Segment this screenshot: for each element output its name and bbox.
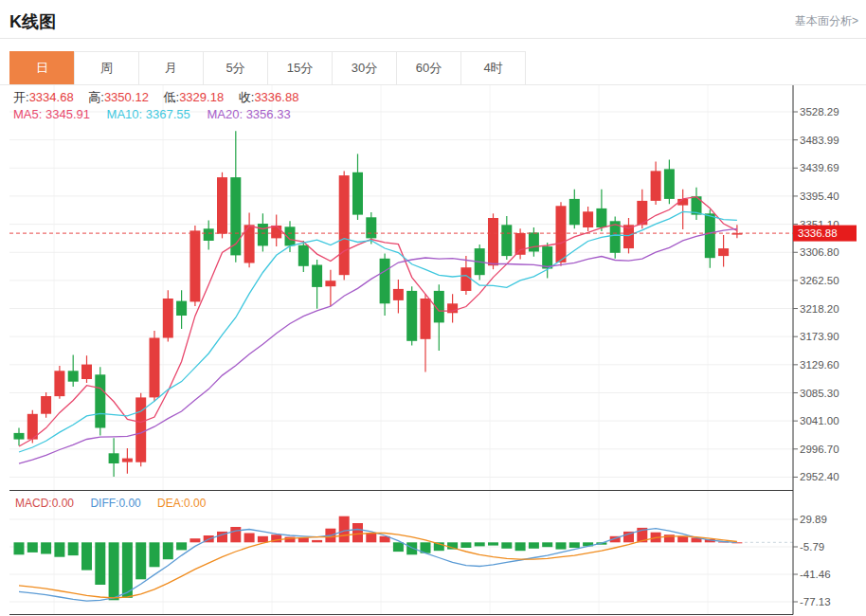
fundamental-analysis-link[interactable]: 基本面分析> bbox=[795, 13, 858, 29]
candle bbox=[583, 207, 593, 231]
candle bbox=[406, 286, 417, 345]
svg-text:-77.13: -77.13 bbox=[800, 596, 831, 607]
tab-week[interactable]: 周 bbox=[74, 51, 139, 85]
candle bbox=[339, 171, 350, 280]
timeframe-tabs: 日 周 月 5分 15分 30分 60分 4时 bbox=[9, 51, 526, 85]
svg-text:2996.70: 2996.70 bbox=[800, 444, 839, 455]
candle bbox=[434, 284, 444, 351]
candle bbox=[271, 215, 281, 247]
candle bbox=[95, 367, 105, 435]
candle bbox=[122, 448, 133, 474]
axis-labels: 3528.293483.993439.693395.403351.103306.… bbox=[793, 106, 839, 607]
candle bbox=[258, 213, 268, 251]
candle bbox=[664, 159, 675, 204]
svg-text:-5.79: -5.79 bbox=[800, 541, 824, 553]
svg-text:3483.99: 3483.99 bbox=[800, 135, 839, 146]
candle bbox=[421, 294, 431, 371]
candle bbox=[230, 131, 241, 262]
svg-text:3336.88: 3336.88 bbox=[798, 227, 838, 239]
candle bbox=[135, 393, 146, 467]
candle bbox=[325, 270, 335, 306]
svg-text:3173.90: 3173.90 bbox=[800, 331, 839, 342]
svg-text:3439.69: 3439.69 bbox=[800, 162, 839, 173]
candle bbox=[68, 355, 79, 388]
candle bbox=[109, 438, 119, 477]
candle bbox=[610, 217, 621, 259]
page-header: K线图 基本面分析> bbox=[9, 8, 858, 36]
ma20-line bbox=[19, 228, 737, 463]
candle bbox=[41, 392, 51, 418]
svg-text:3528.29: 3528.29 bbox=[800, 106, 839, 118]
tab-day[interactable]: 日 bbox=[9, 51, 75, 85]
page-title: K线图 bbox=[9, 12, 56, 31]
svg-text:3218.20: 3218.20 bbox=[800, 303, 839, 315]
candle bbox=[637, 190, 647, 229]
candle bbox=[176, 290, 187, 329]
kline-chart-canvas[interactable]: 3528.293483.993439.693395.403351.103306.… bbox=[9, 85, 857, 616]
svg-text:3085.30: 3085.30 bbox=[800, 388, 839, 399]
header-divider bbox=[0, 38, 866, 39]
candle bbox=[81, 355, 92, 383]
candle bbox=[244, 213, 255, 268]
tab-15min[interactable]: 15分 bbox=[267, 51, 333, 85]
svg-text:2952.40: 2952.40 bbox=[800, 471, 839, 482]
candle bbox=[569, 190, 580, 229]
candle bbox=[204, 221, 214, 250]
tab-5min[interactable]: 5分 bbox=[203, 51, 268, 85]
macd-histogram bbox=[14, 516, 743, 601]
candle bbox=[54, 366, 64, 399]
candle bbox=[692, 188, 702, 220]
current-price-tag: 3336.88 bbox=[793, 226, 857, 242]
chart-area: 3528.293483.993439.693395.403351.103306.… bbox=[9, 85, 857, 616]
candle bbox=[189, 226, 200, 306]
candle bbox=[163, 290, 173, 341]
candle bbox=[217, 172, 227, 239]
candle bbox=[677, 190, 688, 229]
svg-text:29.89: 29.89 bbox=[800, 514, 827, 525]
candles bbox=[14, 131, 743, 477]
tab-month[interactable]: 月 bbox=[138, 51, 204, 85]
tab-4hour[interactable]: 4时 bbox=[460, 51, 526, 85]
candle bbox=[731, 225, 742, 238]
candle bbox=[705, 209, 715, 267]
candle bbox=[556, 202, 567, 266]
candle bbox=[718, 235, 729, 267]
candle bbox=[488, 213, 498, 269]
candle bbox=[447, 294, 458, 322]
candle bbox=[352, 154, 363, 220]
svg-text:3262.50: 3262.50 bbox=[800, 275, 839, 286]
candle bbox=[312, 260, 322, 309]
svg-text:3129.60: 3129.60 bbox=[800, 359, 839, 371]
tab-60min[interactable]: 60分 bbox=[396, 51, 461, 85]
candle bbox=[542, 243, 552, 279]
candle bbox=[150, 331, 160, 401]
tab-30min[interactable]: 30分 bbox=[332, 51, 397, 85]
candle bbox=[14, 428, 25, 446]
svg-text:-41.46: -41.46 bbox=[800, 569, 831, 580]
candle bbox=[501, 216, 512, 260]
svg-text:3041.00: 3041.00 bbox=[800, 415, 839, 426]
svg-text:3395.40: 3395.40 bbox=[800, 190, 839, 202]
kline-page: K线图 基本面分析> 日 周 月 5分 15分 30分 60分 4时 3528.… bbox=[0, 0, 866, 616]
svg-text:3306.80: 3306.80 bbox=[800, 246, 839, 258]
